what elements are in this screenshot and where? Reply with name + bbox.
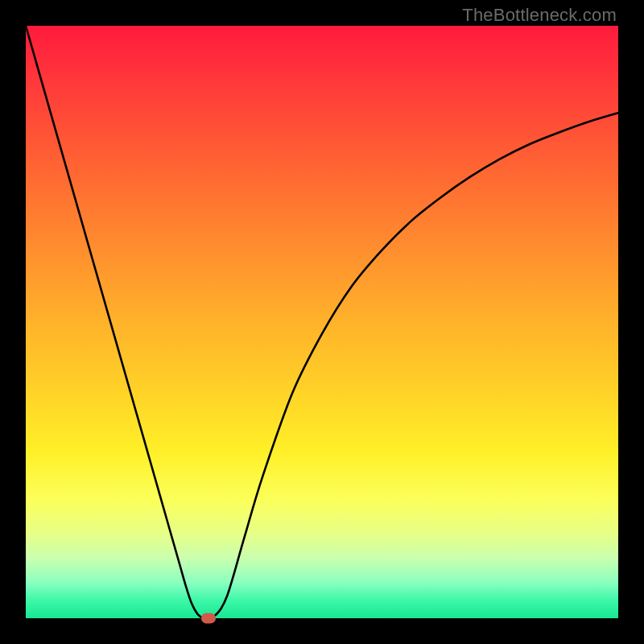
watermark-text: TheBottleneck.com bbox=[462, 5, 617, 26]
min-marker bbox=[201, 613, 216, 624]
bottleneck-curve bbox=[26, 26, 618, 618]
